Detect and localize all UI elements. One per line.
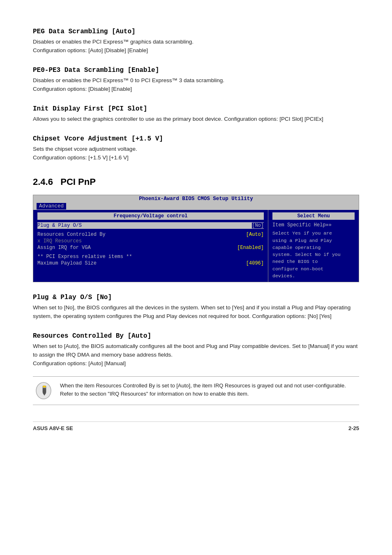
- section-chipset-vcore: Chipset Vcore Adjustment [+1.5 V] Sets t…: [33, 135, 359, 162]
- bios-row-value: [Auto]: [246, 232, 264, 237]
- bios-help-title: Item Specific Help»»: [272, 222, 355, 228]
- section-body: Allows you to select the graphics contro…: [33, 115, 359, 124]
- bios-row-label: Maximum Payload Size: [37, 260, 97, 266]
- note-box: When the item Resources Controlled By is…: [33, 376, 359, 405]
- bios-help-text: Select Yes if you are using a Plug and P…: [272, 230, 355, 279]
- section-heading: PEG Data Scrambling [Auto]: [33, 28, 359, 35]
- note-icon: [33, 382, 54, 400]
- note-text: When the item Resources Controlled By is…: [60, 382, 359, 398]
- bios-row-resources[interactable]: Resources Controlled By [Auto]: [37, 231, 264, 238]
- bios-row-plug-play[interactable]: Plug & Play O/S [No]: [37, 222, 264, 229]
- bios-left-header: Frequency/Voltage control: [37, 212, 264, 220]
- bios-row-label: Resources Controlled By: [37, 232, 106, 237]
- section-plug-play: Plug & Play O/S [No] When set to [No], t…: [33, 294, 359, 321]
- footer-right: 2-25: [348, 425, 359, 431]
- bios-left-panel: Frequency/Voltage control Plug & Play O/…: [33, 210, 268, 282]
- section-body: When set to [Auto], the BIOS automatical…: [33, 342, 359, 368]
- bios-row-assign-irq[interactable]: Assign IRQ for VGA [Enabled]: [37, 244, 264, 251]
- section-resources: Resources Controlled By [Auto] When set …: [33, 332, 359, 368]
- section-init-display-first: Init Display First [PCI Slot] Allows you…: [33, 105, 359, 124]
- bios-title-bar: Phoenix-Award BIOS CMOS Setup Utility: [33, 195, 359, 203]
- section-heading: Init Display First [PCI Slot]: [33, 105, 359, 113]
- bios-row-label: x IRQ Resources: [37, 238, 82, 244]
- section-heading: PE0-PE3 Data Scrambling [Enable]: [33, 67, 359, 74]
- bios-row-payload[interactable]: Maximum Payload Size [4096]: [37, 260, 264, 267]
- section-body: Sets the chipset vcore adjustment voltag…: [33, 145, 359, 162]
- bios-row-label: Plug & Play O/S: [37, 223, 82, 228]
- section-246-header: 2.4.6 PCI PnP: [33, 177, 359, 187]
- section-body: Disables or enables the PCI Express™ gra…: [33, 38, 359, 55]
- section-heading: Plug & Play O/S [No]: [33, 294, 359, 301]
- svg-rect-3: [43, 386, 46, 387]
- bios-right-header: Select Menu: [272, 212, 355, 220]
- pencil-icon: [35, 382, 52, 400]
- bios-row-pci-express-label: ** PCI Express relative items **: [37, 253, 264, 260]
- bios-row-label: Assign IRQ for VGA: [37, 245, 91, 251]
- footer: ASUS A8V-E SE 2-25: [33, 421, 359, 431]
- bios-row-irq: x IRQ Resources: [37, 238, 264, 244]
- bios-menu-bar: Advanced: [33, 203, 359, 210]
- section-heading: Chipset Vcore Adjustment [+1.5 V]: [33, 135, 359, 143]
- footer-left: ASUS A8V-E SE: [33, 425, 73, 431]
- section-body: Disables or enables the PCI Express™ 0 t…: [33, 76, 359, 94]
- svg-rect-4: [43, 387, 46, 388]
- section-246-title: 2.4.6 PCI PnP: [33, 177, 96, 187]
- bios-content: Frequency/Voltage control Plug & Play O/…: [33, 210, 359, 282]
- bios-right-panel: Select Menu Item Specific Help»» Select …: [268, 210, 359, 282]
- bios-menu-active[interactable]: Advanced: [37, 203, 66, 210]
- bios-row-value: [No]: [252, 223, 264, 228]
- section-heading: Resources Controlled By [Auto]: [33, 332, 359, 340]
- bios-row-label: ** PCI Express relative items **: [37, 254, 132, 260]
- section-peg-data-scrambling: PEG Data Scrambling [Auto] Disables or e…: [33, 28, 359, 55]
- section-pe0-pe3-scrambling: PE0-PE3 Data Scrambling [Enable] Disable…: [33, 67, 359, 94]
- bios-screenshot: Phoenix-Award BIOS CMOS Setup Utility Ad…: [33, 195, 359, 282]
- bios-row-value: [Enabled]: [237, 245, 264, 251]
- bios-row-value: [4096]: [246, 260, 264, 266]
- section-body: When set to [No], the BIOS configures al…: [33, 304, 359, 321]
